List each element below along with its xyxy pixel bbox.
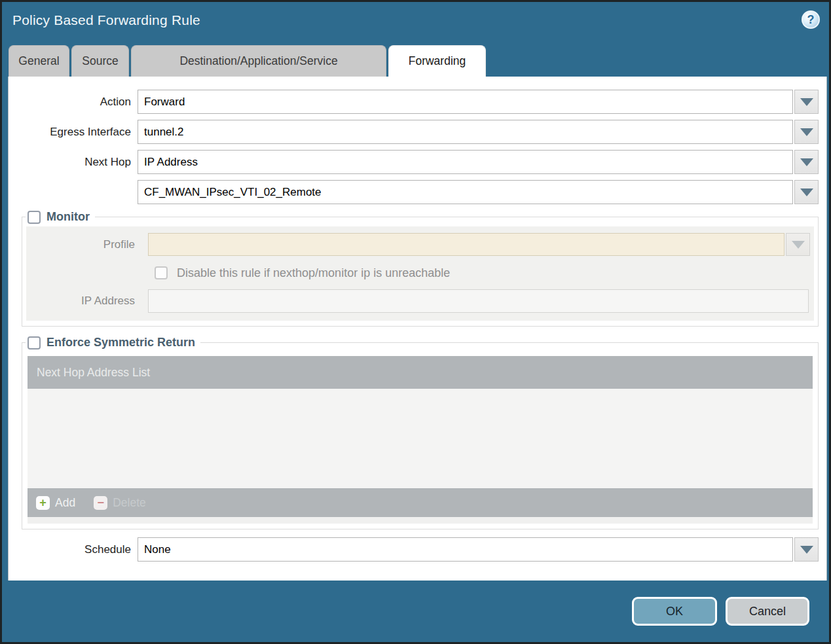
tab-general[interactable]: General xyxy=(9,45,69,77)
chevron-down-icon xyxy=(800,128,813,136)
chevron-down-icon xyxy=(800,546,813,554)
enforce-symmetric-return-section: Enforce Symmetric Return Next Hop Addres… xyxy=(22,336,819,529)
monitor-checkbox[interactable] xyxy=(28,211,41,224)
disable-rule-row: Disable this rule if nexthop/monitor ip … xyxy=(26,264,810,281)
table-bottom-strip xyxy=(28,517,813,524)
egress-interface-select[interactable]: tunnel.2 xyxy=(138,120,793,144)
schedule-dropdown-button[interactable] xyxy=(794,537,819,562)
title-bar: Policy Based Forwarding Rule ? xyxy=(2,2,829,40)
enforce-symmetric-return-legend: Enforce Symmetric Return xyxy=(26,336,200,349)
egress-interface-dropdown-button[interactable] xyxy=(794,120,819,144)
monitor-section: Monitor Profile Disable this rule if xyxy=(22,210,819,327)
ok-button[interactable]: OK xyxy=(632,597,717,626)
next-hop-address-row: CF_MWAN_IPsec_VTI_02_Remote xyxy=(9,180,819,204)
add-button-label: Add xyxy=(55,496,75,510)
next-hop-address-list-header: Next Hop Address List xyxy=(28,356,813,389)
egress-interface-label: Egress Interface xyxy=(9,126,131,139)
next-hop-type-select[interactable]: IP Address xyxy=(138,150,793,174)
action-row: Action Forward xyxy=(9,90,819,114)
next-hop-address-list-body[interactable] xyxy=(28,389,813,488)
next-hop-address-select[interactable]: CF_MWAN_IPsec_VTI_02_Remote xyxy=(138,180,793,204)
schedule-row: Schedule None xyxy=(9,537,819,562)
tab-forwarding[interactable]: Forwarding xyxy=(388,45,486,77)
forwarding-tab-panel: Action Forward Egress Interface tunnel.2… xyxy=(8,77,827,581)
tab-source[interactable]: Source xyxy=(71,45,129,77)
policy-based-forwarding-rule-dialog: Policy Based Forwarding Rule ? General S… xyxy=(0,0,831,644)
egress-interface-row: Egress Interface tunnel.2 xyxy=(9,120,819,144)
next-hop-row: Next Hop IP Address xyxy=(9,150,819,174)
enforce-symmetric-return-checkbox[interactable] xyxy=(28,336,41,349)
chevron-down-icon xyxy=(800,98,813,106)
monitor-legend-label: Monitor xyxy=(46,210,90,224)
schedule-label: Schedule xyxy=(9,543,131,556)
help-icon[interactable]: ? xyxy=(802,10,820,29)
action-label: Action xyxy=(9,96,131,109)
chevron-down-icon xyxy=(800,158,813,166)
cancel-button[interactable]: Cancel xyxy=(726,597,809,626)
delete-button-label: Delete xyxy=(113,496,146,510)
delete-button: − Delete xyxy=(94,496,146,510)
next-hop-dropdown-button[interactable] xyxy=(794,150,819,174)
chevron-down-icon xyxy=(792,241,805,249)
next-hop-address-dropdown-button[interactable] xyxy=(794,180,819,204)
enforce-symmetric-return-legend-label: Enforce Symmetric Return xyxy=(46,336,195,349)
minus-icon: − xyxy=(94,496,107,510)
dialog-footer: OK Cancel xyxy=(2,581,829,642)
profile-dropdown-button xyxy=(786,233,810,256)
dialog-title: Policy Based Forwarding Rule xyxy=(12,12,200,28)
disable-rule-label: Disable this rule if nexthop/monitor ip … xyxy=(177,266,450,280)
next-hop-address-list-table: Next Hop Address List + Add − Delete xyxy=(28,356,813,517)
action-dropdown-button[interactable] xyxy=(794,90,819,114)
monitor-legend: Monitor xyxy=(26,210,95,224)
profile-select xyxy=(148,233,785,256)
schedule-select[interactable]: None xyxy=(138,537,793,562)
action-select[interactable]: Forward xyxy=(138,90,793,114)
plus-icon: + xyxy=(36,496,50,510)
disable-rule-checkbox xyxy=(155,266,168,279)
next-hop-label: Next Hop xyxy=(9,156,131,169)
add-button[interactable]: + Add xyxy=(36,496,75,510)
tab-destination-application-service[interactable]: Destination/Application/Service xyxy=(131,45,386,77)
tab-bar: General Source Destination/Application/S… xyxy=(9,45,822,77)
monitor-ip-address-input xyxy=(148,289,809,313)
monitor-ip-address-row: IP Address xyxy=(26,289,810,313)
chevron-down-icon xyxy=(800,188,813,196)
profile-label: Profile xyxy=(26,238,135,251)
monitor-panel: Profile Disable this rule if nexthop/mon… xyxy=(26,226,814,321)
monitor-ip-address-label: IP Address xyxy=(26,295,135,308)
profile-row: Profile xyxy=(26,233,810,256)
next-hop-address-list-toolbar: + Add − Delete xyxy=(28,488,813,517)
